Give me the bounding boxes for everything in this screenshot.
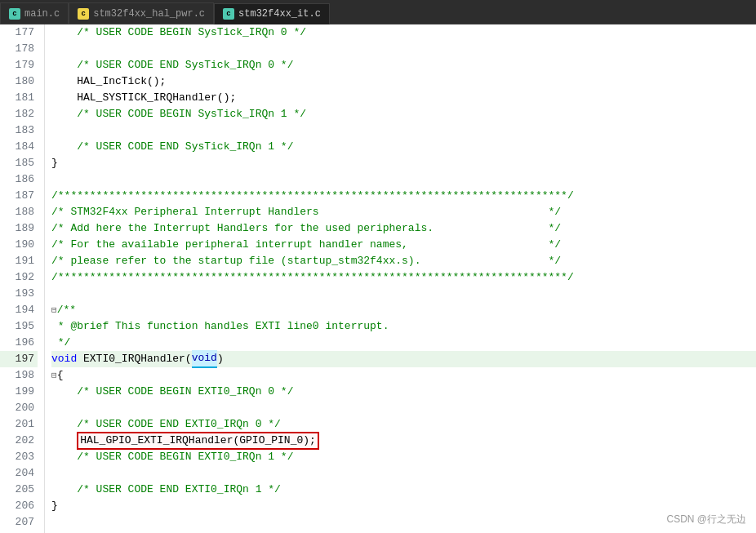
tab-main-c-label: main.c (24, 8, 60, 20)
line-num-177: 177 (0, 24, 38, 41)
line-number-gutter: 177 178 179 180 181 182 183 184 185 186 … (0, 24, 45, 533)
code-line-180: HAL_IncTick(); (51, 73, 756, 90)
tab-hal-pwr[interactable]: c stm32f4xx_hal_pwr.c (69, 2, 214, 24)
editor-area: 177 178 179 180 181 182 183 184 185 186 … (0, 24, 756, 533)
line-num-178: 178 (0, 41, 38, 57)
line-num-180: 180 (0, 73, 38, 90)
code-line-188: /* STM32F4xx Peripheral Interrupt Handle… (51, 204, 756, 220)
line-num-193: 193 (0, 286, 38, 302)
line-num-200: 200 (0, 400, 38, 416)
line-num-197: 197 (0, 351, 38, 367)
line-num-196: 196 (0, 335, 38, 351)
tab-it-c-label: stm32f4xx_it.c (238, 8, 321, 20)
code-line-193 (51, 286, 756, 302)
code-line-182: /* USER CODE BEGIN SysTick_IRQn 1 */ (51, 106, 756, 122)
line-num-179: 179 (0, 57, 38, 73)
tab-hal-pwr-label: stm32f4xx_hal_pwr.c (93, 8, 205, 20)
code-line-179: /* USER CODE END SysTick_IRQn 0 */ (51, 57, 756, 73)
line-num-199: 199 (0, 384, 38, 400)
tab-main-c[interactable]: c main.c (0, 2, 69, 24)
code-line-184: /* USER CODE END SysTick_IRQn 1 */ (51, 139, 756, 155)
line-num-190: 190 (0, 237, 38, 253)
code-line-197: void EXTI0_IRQHandler(void) (51, 351, 756, 367)
line-num-188: 188 (0, 204, 38, 220)
code-line-189: /* Add here the Interrupt Handlers for t… (51, 220, 756, 237)
line-num-184: 184 (0, 139, 38, 155)
line-num-198: 198 (0, 367, 38, 384)
code-line-207 (51, 514, 756, 531)
code-line-194: ⊟/** (51, 302, 756, 318)
line-num-191: 191 (0, 253, 38, 269)
code-content[interactable]: /* USER CODE BEGIN SysTick_IRQn 0 */ /* … (45, 24, 756, 531)
c-file-icon-it: c (223, 8, 234, 20)
code-line-183 (51, 122, 756, 139)
line-num-192: 192 (0, 269, 38, 286)
code-line-186 (51, 171, 756, 188)
line-num-187: 187 (0, 188, 38, 204)
code-line-201: /* USER CODE END EXTI0_IRQn 0 */ (51, 416, 756, 433)
code-line-195: * @brief This function handles EXTI line… (51, 318, 756, 335)
line-num-204: 204 (0, 465, 38, 482)
code-line-185: } (51, 155, 756, 171)
line-num-206: 206 (0, 498, 38, 514)
boxed-code-202: HAL_GPIO_EXTI_IRQHandler(GPIO_PIN_0); (77, 432, 319, 450)
line-num-182: 182 (0, 106, 38, 122)
collapse-marker-198[interactable]: ⊟ (51, 367, 57, 384)
code-line-205: /* USER CODE END EXTI0_IRQn 1 */ (51, 482, 756, 498)
collapse-marker-194[interactable]: ⊟ (51, 302, 57, 318)
tab-bar: c main.c c stm32f4xx_hal_pwr.c c stm32f4… (0, 0, 756, 24)
line-num-207: 207 (0, 514, 38, 531)
code-line-181: HAL_SYSTICK_IRQHandler(); (51, 90, 756, 106)
editor-code-wrapper: /* USER CODE BEGIN SysTick_IRQn 0 */ /* … (45, 24, 756, 533)
code-line-204 (51, 465, 756, 482)
tab-it-c[interactable]: c stm32f4xx_it.c (214, 3, 330, 24)
code-line-192: /***************************************… (51, 269, 756, 286)
c-file-icon: c (9, 8, 20, 20)
code-line-178 (51, 41, 756, 57)
line-num-194: 194 (0, 302, 38, 318)
code-line-187: /***************************************… (51, 188, 756, 204)
code-line-203: /* USER CODE BEGIN EXTI0_IRQn 1 */ (51, 449, 756, 465)
line-num-185: 185 (0, 155, 38, 171)
code-line-196: */ (51, 335, 756, 351)
line-num-203: 203 (0, 449, 38, 465)
line-num-183: 183 (0, 122, 38, 139)
code-line-190: /* For the available peripheral interrup… (51, 237, 756, 253)
code-line-191: /* please refer to the startup file (sta… (51, 253, 756, 269)
line-num-186: 186 (0, 171, 38, 188)
code-line-199: /* USER CODE BEGIN EXTI0_IRQn 0 */ (51, 384, 756, 400)
code-line-200 (51, 400, 756, 416)
code-line-206: } (51, 498, 756, 514)
line-num-205: 205 (0, 482, 38, 498)
line-num-201: 201 (0, 416, 38, 433)
line-num-181: 181 (0, 90, 38, 106)
c-file-icon-modified: c (78, 8, 89, 20)
line-num-189: 189 (0, 220, 38, 237)
line-num-195: 195 (0, 318, 38, 335)
code-line-202: HAL_GPIO_EXTI_IRQHandler(GPIO_PIN_0); (51, 433, 756, 449)
line-num-202: 202 (0, 433, 38, 449)
watermark: CSDN @行之无边 (666, 513, 746, 526)
code-line-177: /* USER CODE BEGIN SysTick_IRQn 0 */ (51, 24, 756, 41)
code-line-198: ⊟{ (51, 367, 756, 384)
